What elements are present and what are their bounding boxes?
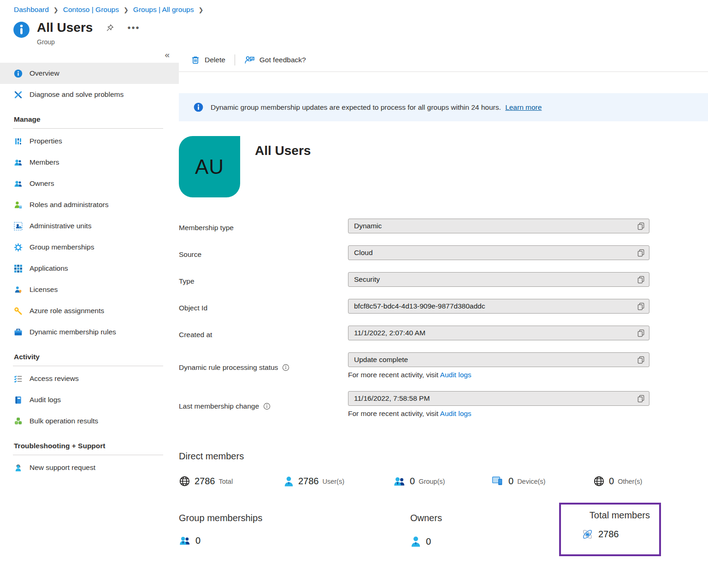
trash-icon: [191, 55, 200, 65]
page-header: All Users ••• Group: [0, 14, 708, 46]
stat-devices[interactable]: 0 Device(s): [492, 475, 593, 487]
sidebar-section-activity: Activity: [0, 343, 179, 366]
grid-icon: [14, 264, 23, 273]
field-source: Source Cloud: [179, 245, 708, 260]
copy-button[interactable]: [635, 354, 647, 366]
copy-button[interactable]: [635, 247, 647, 259]
globe-icon: [593, 475, 605, 487]
created-at-value[interactable]: 11/1/2022, 2:07:40 AM: [348, 326, 649, 340]
total-members-card[interactable]: Total members 2786: [559, 503, 661, 556]
audit-logs-link[interactable]: Audit logs: [440, 410, 472, 417]
got-feedback-button[interactable]: Got feedback?: [244, 55, 306, 65]
stat-users[interactable]: 2786 User(s): [283, 475, 393, 487]
info-tooltip-icon[interactable]: [263, 403, 271, 410]
sidebar-item-dynamic-membership-rules[interactable]: Dynamic membership rules: [0, 321, 179, 343]
sidebar: « Overview Diagnose and solve problems M…: [0, 48, 179, 576]
sidebar-item-new-support-request[interactable]: New support request: [0, 457, 179, 478]
breadcrumb-separator: ❯: [198, 6, 203, 13]
last-membership-change-value[interactable]: 11/16/2022, 7:58:58 PM: [348, 391, 649, 406]
breadcrumb-contoso-groups[interactable]: Contoso | Groups: [63, 6, 119, 14]
membership-type-value[interactable]: Dynamic: [348, 219, 649, 233]
info-banner: Dynamic group membership updates are exp…: [179, 93, 708, 121]
sidebar-item-members[interactable]: Members: [0, 152, 179, 173]
key-icon: [14, 307, 23, 315]
sidebar-item-group-memberships[interactable]: Group memberships: [0, 237, 179, 258]
info-tooltip-icon[interactable]: [282, 364, 289, 371]
info-circle-icon: [14, 69, 23, 78]
sidebar-item-azure-role-assignments[interactable]: Azure role assignments: [0, 300, 179, 321]
user-icon: [410, 535, 421, 547]
more-actions-icon[interactable]: •••: [127, 25, 140, 30]
audit-logs-link[interactable]: Audit logs: [440, 371, 472, 379]
sidebar-item-overview[interactable]: Overview: [0, 63, 179, 84]
divider: [13, 128, 163, 129]
owners-card[interactable]: Owners 0: [410, 513, 442, 547]
stat-groups[interactable]: 0 Group(s): [393, 476, 492, 487]
atom-members-icon: [581, 528, 594, 540]
type-value[interactable]: Security: [348, 272, 649, 287]
copy-button[interactable]: [635, 274, 647, 285]
globe-icon: [179, 475, 190, 487]
breadcrumb-dashboard[interactable]: Dashboard: [14, 6, 49, 14]
journal-icon: [14, 396, 23, 404]
divider: [179, 71, 708, 72]
group-memberships-card[interactable]: Group memberships 0: [179, 513, 262, 546]
main-content: Delete Got feedback? Dynamic group membe…: [179, 48, 708, 576]
sidebar-item-owners[interactable]: Owners: [0, 173, 179, 194]
sidebar-item-properties[interactable]: Properties: [0, 131, 179, 152]
device-icon: [492, 475, 504, 487]
copy-button[interactable]: [635, 301, 647, 312]
group-hero: AU All Users: [179, 136, 708, 197]
breadcrumb-all-groups[interactable]: Groups | All groups: [133, 6, 194, 14]
checklist-icon: [14, 374, 23, 383]
sidebar-item-bulk-operation-results[interactable]: Bulk operation results: [0, 410, 179, 432]
sidebar-section-troubleshooting: Troubleshooting + Support: [0, 432, 179, 455]
sidebar-item-administrative-units[interactable]: Administrative units: [0, 215, 179, 237]
diagnose-tools-icon: [14, 90, 23, 99]
briefcase-icon: [14, 328, 23, 337]
pin-icon[interactable]: [106, 24, 114, 32]
group-avatar: AU: [179, 136, 240, 197]
delete-button[interactable]: Delete: [191, 55, 225, 65]
sidebar-section-manage: Manage: [0, 105, 179, 128]
direct-members-stats: 2786 Total 2786 User(s) 0 Group(s) 0 Dev…: [179, 475, 708, 487]
license-icon: [14, 285, 23, 294]
field-created-at: Created at 11/1/2022, 2:07:40 AM: [179, 326, 708, 340]
administrative-units-icon: [14, 222, 23, 231]
copy-button[interactable]: [635, 327, 647, 339]
feedback-icon: [244, 55, 255, 65]
stat-others[interactable]: 0 Other(s): [593, 475, 642, 487]
gear-icon: [14, 243, 23, 252]
breadcrumb: Dashboard ❯ Contoso | Groups ❯ Groups | …: [0, 0, 708, 14]
stat-total[interactable]: 2786 Total: [179, 475, 283, 487]
sidebar-item-roles-administrators[interactable]: Roles and administrators: [0, 194, 179, 215]
breadcrumb-separator: ❯: [124, 6, 129, 13]
copy-button[interactable]: [635, 393, 647, 404]
field-membership-type: Membership type Dynamic: [179, 219, 708, 233]
people-icon: [393, 476, 406, 487]
helper-text: For more recent activity, visit Audit lo…: [348, 410, 649, 418]
object-id-value[interactable]: bfcf8c57-bdc4-4d13-909e-9877d380addc: [348, 299, 649, 314]
user-icon: [283, 475, 294, 487]
sidebar-item-audit-logs[interactable]: Audit logs: [0, 389, 179, 410]
field-dynamic-rule-status: Dynamic rule processing status Update co…: [179, 352, 708, 379]
learn-more-link[interactable]: Learn more: [505, 103, 542, 111]
source-value[interactable]: Cloud: [348, 245, 649, 260]
sidebar-item-applications[interactable]: Applications: [0, 258, 179, 279]
field-last-membership-change: Last membership change 11/16/2022, 7:58:…: [179, 391, 708, 418]
toolbar: Delete Got feedback?: [179, 48, 708, 71]
field-object-id: Object Id bfcf8c57-bdc4-4d13-909e-9877d3…: [179, 299, 708, 314]
people-icon: [14, 179, 23, 188]
sidebar-collapse-icon[interactable]: «: [165, 50, 170, 59]
copy-button[interactable]: [635, 220, 647, 232]
direct-members-title: Direct members: [179, 451, 708, 462]
divider: [235, 54, 235, 65]
sidebar-item-diagnose[interactable]: Diagnose and solve problems: [0, 84, 179, 105]
sidebar-item-licenses[interactable]: Licenses: [0, 279, 179, 300]
dynamic-rule-status-value[interactable]: Update complete: [348, 352, 649, 367]
breadcrumb-separator: ❯: [53, 6, 59, 13]
sidebar-item-access-reviews[interactable]: Access reviews: [0, 368, 179, 389]
group-info-icon: [13, 21, 30, 38]
group-name: All Users: [255, 143, 311, 197]
summary-section: Group memberships 0 Owners 0 Total membe…: [179, 506, 708, 576]
